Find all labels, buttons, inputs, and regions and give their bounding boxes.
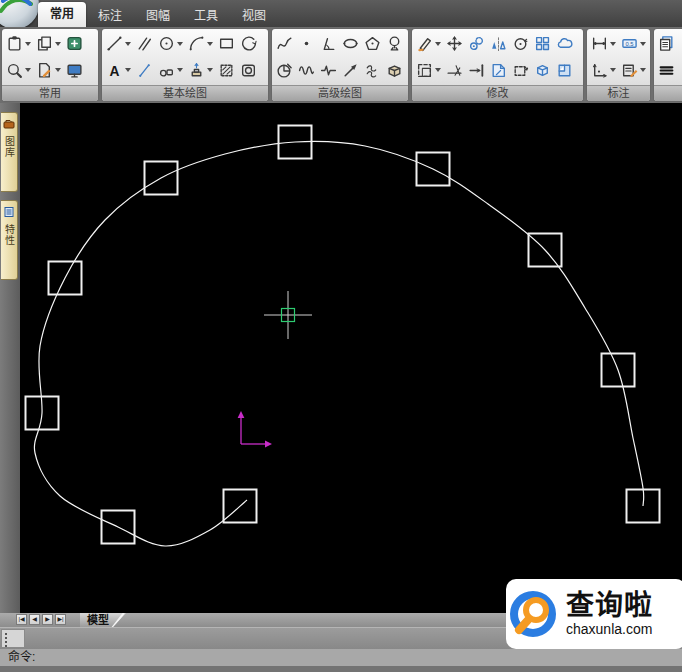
circle-icon[interactable] bbox=[157, 34, 184, 53]
move-icon[interactable] bbox=[445, 34, 464, 53]
svg-text:A: A bbox=[110, 62, 120, 78]
rotate-rect-icon[interactable] bbox=[511, 61, 530, 80]
explode-icon[interactable] bbox=[533, 61, 552, 80]
axle-icon[interactable] bbox=[187, 61, 214, 80]
drawing-canvas[interactable] bbox=[20, 103, 682, 613]
ribbon-tab-bar: 常用标注图幅工具视图 bbox=[0, 0, 682, 27]
ucs-axes-icon bbox=[238, 411, 272, 447]
extend-icon[interactable] bbox=[467, 61, 486, 80]
array-icon[interactable] bbox=[533, 34, 552, 53]
sidebar-tab-label: 图库 bbox=[2, 136, 17, 158]
ribbon-panel-基本绘图: A基本绘图 bbox=[102, 29, 268, 101]
sidebar-tab-特性[interactable]: 特性 bbox=[1, 200, 18, 280]
dropdown-arrow-icon[interactable] bbox=[207, 68, 213, 72]
ribbon-tab-常用[interactable]: 常用 bbox=[38, 2, 86, 27]
sheet-nav-next-button[interactable]: ▶ bbox=[42, 614, 53, 625]
zoom-icon[interactable] bbox=[5, 61, 32, 80]
app-logo-icon[interactable] bbox=[0, 0, 39, 27]
freehand-icon[interactable] bbox=[363, 61, 382, 80]
stretch-icon[interactable] bbox=[489, 61, 508, 80]
dropdown-arrow-icon[interactable] bbox=[435, 42, 441, 46]
dropdown-arrow-icon[interactable] bbox=[55, 68, 61, 72]
ellipse-icon[interactable] bbox=[341, 34, 360, 53]
erase-icon[interactable] bbox=[415, 34, 442, 53]
dim-edit-icon[interactable] bbox=[620, 61, 647, 80]
ribbon-panel-label: 修改 bbox=[412, 85, 583, 101]
ribbon-tab-工具[interactable]: 工具 bbox=[182, 6, 230, 27]
properties-icon bbox=[3, 204, 15, 222]
copy-icon[interactable] bbox=[35, 34, 62, 53]
angle-line-icon[interactable] bbox=[319, 34, 338, 53]
mirror-icon[interactable] bbox=[489, 34, 508, 53]
sheet-nav-buttons: |◀◀▶▶| bbox=[16, 614, 66, 625]
fillet-icon[interactable] bbox=[555, 61, 574, 80]
wave-line-icon[interactable] bbox=[297, 61, 316, 80]
scale-icon[interactable] bbox=[415, 61, 442, 80]
sheet-nav-first-button[interactable]: |◀ bbox=[16, 614, 27, 625]
partial-enlarge-icon[interactable] bbox=[275, 61, 294, 80]
style-copy-icon[interactable] bbox=[657, 34, 676, 53]
dropdown-arrow-icon[interactable] bbox=[640, 68, 646, 72]
ribbon-tab-视图[interactable]: 视图 bbox=[230, 6, 278, 27]
left-sidebar: 图库特性 bbox=[0, 103, 20, 613]
command-line[interactable]: 命令: bbox=[0, 649, 682, 666]
section-box-icon[interactable] bbox=[217, 61, 236, 80]
ribbon-panel-label: 基本绘图 bbox=[102, 85, 268, 101]
ribbon-tab-标注[interactable]: 标注 bbox=[86, 6, 134, 27]
jog-line-icon[interactable] bbox=[319, 61, 338, 80]
hatch-line-icon[interactable] bbox=[135, 61, 154, 80]
dropdown-arrow-icon[interactable] bbox=[610, 68, 616, 72]
chaxunla-logo-icon bbox=[506, 585, 564, 643]
sheet-nav-last-button[interactable]: ▶| bbox=[55, 614, 66, 625]
parallel-icon[interactable] bbox=[135, 34, 154, 53]
arc-icon[interactable] bbox=[187, 34, 214, 53]
paste-icon[interactable] bbox=[5, 34, 32, 53]
page-edit-icon[interactable] bbox=[35, 61, 62, 80]
ribbon-panel-label bbox=[654, 85, 682, 101]
formula-curve-icon[interactable] bbox=[385, 34, 404, 53]
dropdown-arrow-icon[interactable] bbox=[25, 68, 31, 72]
dropdown-arrow-icon[interactable] bbox=[640, 42, 646, 46]
sidebar-tab-label: 特性 bbox=[2, 224, 17, 246]
tolerance-icon[interactable]: 0.5 bbox=[620, 34, 647, 53]
model-space-tab[interactable]: 模型 bbox=[80, 613, 126, 627]
ole-icon[interactable] bbox=[65, 34, 84, 53]
display-icon[interactable] bbox=[65, 61, 84, 80]
revolve-icon[interactable] bbox=[239, 34, 258, 53]
view-frame-icon[interactable] bbox=[239, 61, 258, 80]
ribbon-panel-修改: 修改 bbox=[412, 29, 583, 101]
revision-cloud-icon[interactable] bbox=[555, 34, 574, 53]
dimension-icon[interactable] bbox=[590, 34, 617, 53]
sidebar-tab-图库[interactable]: 图库 bbox=[1, 112, 18, 192]
dropdown-arrow-icon[interactable] bbox=[177, 42, 183, 46]
dropdown-arrow-icon[interactable] bbox=[55, 42, 61, 46]
ribbon: 常用A基本绘图高级绘图修改0.5标注 bbox=[0, 27, 682, 103]
copy-object-icon[interactable] bbox=[467, 34, 486, 53]
trim-icon[interactable] bbox=[445, 61, 464, 80]
dropdown-arrow-icon[interactable] bbox=[435, 68, 441, 72]
menu-icon[interactable] bbox=[657, 61, 676, 80]
spline-curve[interactable] bbox=[34, 141, 643, 546]
dropdown-arrow-icon[interactable] bbox=[125, 68, 131, 72]
ribbon-panel-标注: 0.5标注 bbox=[587, 29, 650, 101]
pane-splitter-grip[interactable] bbox=[1, 629, 25, 648]
detail-view-icon[interactable] bbox=[157, 61, 184, 80]
dropdown-arrow-icon[interactable] bbox=[25, 42, 31, 46]
point-icon[interactable] bbox=[297, 34, 316, 53]
dropdown-arrow-icon[interactable] bbox=[177, 68, 183, 72]
dropdown-arrow-icon[interactable] bbox=[610, 42, 616, 46]
arrow-icon[interactable] bbox=[341, 61, 360, 80]
rectangle-icon[interactable] bbox=[217, 34, 236, 53]
ribbon-panel-label: 常用 bbox=[2, 85, 98, 101]
spline-icon[interactable] bbox=[275, 34, 294, 53]
line-icon[interactable] bbox=[105, 34, 132, 53]
dropdown-arrow-icon[interactable] bbox=[125, 42, 131, 46]
text-icon[interactable]: A bbox=[105, 61, 132, 80]
dropdown-arrow-icon[interactable] bbox=[207, 42, 213, 46]
block-3d-icon[interactable] bbox=[385, 61, 404, 80]
coordinate-dim-icon[interactable] bbox=[590, 61, 617, 80]
sheet-nav-previous-button[interactable]: ◀ bbox=[29, 614, 40, 625]
polygon-icon[interactable] bbox=[363, 34, 382, 53]
ribbon-tab-图幅[interactable]: 图幅 bbox=[134, 6, 182, 27]
rotate-icon[interactable] bbox=[511, 34, 530, 53]
